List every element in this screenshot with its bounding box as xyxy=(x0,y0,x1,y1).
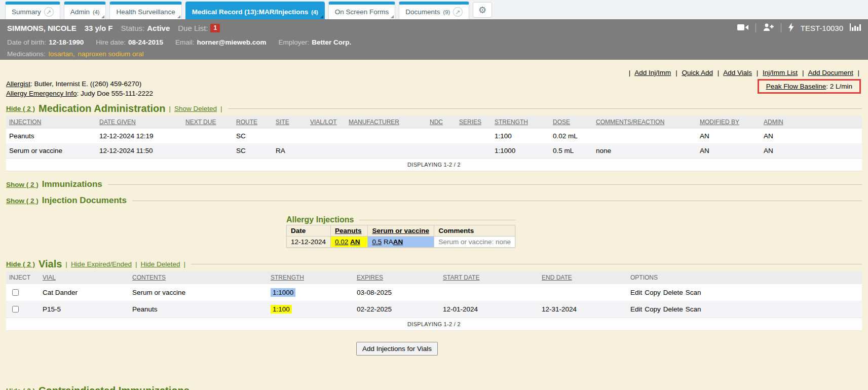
cell-vial: P15-5 xyxy=(40,301,129,318)
separator: | xyxy=(65,260,67,268)
table-row[interactable]: Serum or vaccine 12-12-2024 11:50 SC RA … xyxy=(6,143,862,158)
cell-ndc xyxy=(427,143,456,158)
cell-manufacturer xyxy=(346,129,427,143)
add-inj-imm-link[interactable]: Add Inj/Imm xyxy=(634,69,671,76)
cell-expires: 03-08-2025 xyxy=(354,284,440,301)
popout-icon[interactable]: ↗ xyxy=(44,7,54,17)
hire-date-label: Hire date: xyxy=(96,38,126,46)
separator: | xyxy=(184,260,186,268)
medication-link[interactable]: losartan, xyxy=(49,50,75,58)
patient-banner: SIMMONS, NICOLE 33 y/o F Status: Active … xyxy=(0,19,868,60)
col-date: Date xyxy=(287,225,331,237)
col-contents[interactable]: CONTENTS xyxy=(132,274,166,281)
cell-strength: 1:1000 xyxy=(492,143,550,158)
tab-medical-record[interactable]: Medical Record (13):MAR/Injections (4) xyxy=(185,2,325,19)
hide-deleted-link[interactable]: Hide Deleted xyxy=(140,260,180,268)
tab-documents[interactable]: Documents (9) ↗ xyxy=(399,2,469,19)
col-end-date[interactable]: END DATE xyxy=(542,274,572,281)
cell-vial-lot xyxy=(307,143,346,158)
add-document-link[interactable]: Add Document xyxy=(808,69,853,76)
edit-link[interactable]: Edit xyxy=(630,305,642,313)
col-manufacturer[interactable]: MANUFACTURER xyxy=(349,119,399,126)
table-row[interactable]: Peanuts 12-12-2024 12:19 SC 1:100 0.02 m… xyxy=(6,129,862,143)
allergist-link[interactable]: Allergist xyxy=(6,80,30,88)
medication-link[interactable]: naproxen sodium oral xyxy=(78,50,144,58)
strength-highlight: 1:100 xyxy=(271,305,292,314)
lightning-bolt-icon[interactable] xyxy=(788,23,794,33)
administered-by-link[interactable]: AN xyxy=(393,238,403,246)
scan-link[interactable]: Scan xyxy=(686,289,701,296)
delete-link[interactable]: Delete xyxy=(663,305,683,313)
cell-modified-by: AN xyxy=(697,143,761,158)
col-next-due[interactable]: NEXT DUE xyxy=(185,119,216,126)
cell-site xyxy=(273,129,307,143)
show-immunizations-link[interactable]: Show ( 2 ) xyxy=(6,181,39,188)
col-ndc[interactable]: NDC xyxy=(430,119,443,126)
cell-injection: Peanuts xyxy=(6,129,96,143)
col-strength[interactable]: STRENGTH xyxy=(271,274,304,281)
tab-on-screen-forms-label: On Screen Forms xyxy=(335,8,389,16)
col-date-given[interactable]: DATE GIVEN xyxy=(99,119,136,126)
tab-admin[interactable]: Admin (4) xyxy=(64,2,106,19)
tab-summary-label: Summary xyxy=(12,8,41,16)
email-value: horner@mieweb.com xyxy=(197,38,266,46)
contraindicated-immunizations-header: Hide ( 2 ) Contraindicated Immunizations xyxy=(6,384,862,390)
add-injections-for-vials-button[interactable]: Add Injections for Vials xyxy=(356,342,438,356)
hide-med-admin-link[interactable]: Hide ( 2 ) xyxy=(6,105,35,112)
table-row: P15-5 Peanuts 1:100 02-22-2025 12-01-202… xyxy=(6,301,862,318)
col-series[interactable]: SERIES xyxy=(459,119,481,126)
delete-link[interactable]: Delete xyxy=(663,289,683,296)
peak-flow-baseline-link[interactable]: Peak Flow Baseline xyxy=(766,83,826,90)
cell-start-date: 12-01-2024 xyxy=(440,301,539,318)
col-injection[interactable]: INJECTION xyxy=(9,119,41,126)
col-site[interactable]: SITE xyxy=(276,119,289,126)
col-expires[interactable]: EXPIRES xyxy=(357,274,383,281)
scan-link[interactable]: Scan xyxy=(686,305,701,313)
medications-label: Medications: xyxy=(7,50,46,58)
dose-link[interactable]: 0.02 xyxy=(335,238,348,246)
col-comments-reaction[interactable]: COMMENTS/REACTION xyxy=(596,119,664,126)
patient-age-sex: 33 y/o F xyxy=(85,24,113,32)
tab-admin-label: Admin xyxy=(70,8,90,16)
table-row: 12-12-2024 0.02 AN 0.5 RAAN Serum or vac… xyxy=(287,237,515,248)
dose-link[interactable]: 0.5 xyxy=(372,238,382,246)
popout-icon[interactable]: ↗ xyxy=(453,7,463,17)
video-camera-icon[interactable] xyxy=(737,23,749,33)
separator: | xyxy=(857,69,859,76)
allergy-emergency-info-link[interactable]: Allergy Emergency Info xyxy=(6,90,77,97)
edit-link[interactable]: Edit xyxy=(630,289,642,296)
tab-on-screen-forms[interactable]: On Screen Forms xyxy=(328,2,396,19)
tab-summary[interactable]: Summary ↗ xyxy=(5,2,60,19)
tab-health-surveillance[interactable]: Health Surveillance xyxy=(109,2,181,19)
administered-by-link[interactable]: AN xyxy=(350,238,360,246)
col-peanuts: Peanuts xyxy=(331,225,368,237)
col-modified-by[interactable]: MODIFIED BY xyxy=(700,119,739,126)
flowsheet-chart-icon[interactable] xyxy=(850,23,861,33)
inject-checkbox[interactable] xyxy=(12,306,19,313)
quick-add-link[interactable]: Quick Add xyxy=(682,69,713,76)
col-vial-lot[interactable]: VIAL/LOT xyxy=(310,119,337,126)
add-person-icon[interactable] xyxy=(763,23,774,33)
hide-vials-link[interactable]: Hide ( 2 ) xyxy=(6,260,35,268)
peak-flow-baseline-box: Peak Flow Baseline: 2 L/min xyxy=(758,79,861,94)
show-deleted-link[interactable]: Show Deleted xyxy=(174,105,217,112)
inj-imm-list-link[interactable]: Inj/Imm List xyxy=(763,69,798,76)
settings-gear-button[interactable]: ⚙ xyxy=(473,2,492,18)
cell-vial: Cat Dander xyxy=(40,284,129,301)
cell-series xyxy=(456,143,492,158)
copy-link[interactable]: Copy xyxy=(645,289,661,296)
hide-expired-ended-link[interactable]: Hide Expired/Ended xyxy=(71,260,132,268)
copy-link[interactable]: Copy xyxy=(645,305,661,313)
hide-contraindicated-link[interactable]: Hide ( 2 ) xyxy=(6,387,35,390)
due-list-badge[interactable]: 1 xyxy=(210,24,220,32)
col-admin[interactable]: ADMIN xyxy=(764,119,783,126)
col-vial[interactable]: VIAL xyxy=(43,274,56,281)
col-route[interactable]: ROUTE xyxy=(236,119,257,126)
show-injection-documents-link[interactable]: Show ( 2 ) xyxy=(6,197,39,205)
col-start-date[interactable]: START DATE xyxy=(443,274,479,281)
col-dose[interactable]: DOSE xyxy=(553,119,570,126)
add-vials-link[interactable]: Add Vials xyxy=(723,69,752,76)
col-strength[interactable]: STRENGTH xyxy=(495,119,528,126)
cell-strength: 1:1000 xyxy=(268,284,354,301)
inject-checkbox[interactable] xyxy=(12,289,19,296)
